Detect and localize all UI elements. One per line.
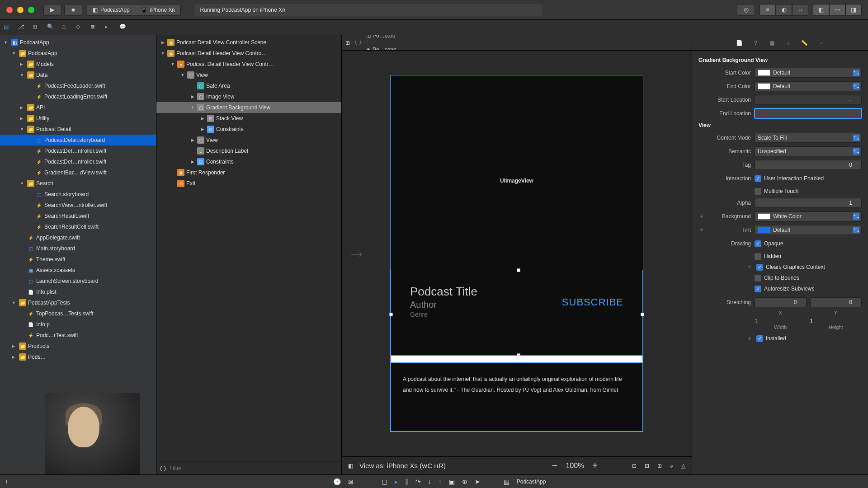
stretch-x-field[interactable]: 0 — [755, 297, 807, 307]
file-item[interactable]: ▼📁PodcastAppTests — [0, 297, 156, 308]
start-location-field[interactable]: -- — [755, 95, 862, 105]
debug-app-label[interactable]: PodcastApp — [517, 479, 546, 485]
file-item[interactable]: ⚡Theme.swift — [0, 254, 156, 265]
zoom-icon[interactable] — [28, 7, 34, 13]
breakpoint-navigator-icon[interactable]: ▸ — [105, 23, 113, 32]
background-select[interactable]: White Color — [755, 211, 862, 221]
tint-select[interactable]: Default — [755, 225, 862, 235]
zoom-out-button[interactable]: − — [552, 460, 558, 472]
editor-version-button[interactable]: ↔ — [792, 4, 808, 16]
file-item[interactable]: ▶📁API — [0, 102, 156, 113]
step-out-icon[interactable]: ↑ — [439, 478, 442, 485]
outline-item[interactable]: ▼▢Gradient Background View — [156, 102, 341, 113]
autoresize-checkbox[interactable]: ✓ — [755, 286, 761, 292]
file-inspector-icon[interactable]: 📄 — [735, 38, 745, 48]
file-item[interactable]: ⚡GradientBac…dView.swift — [0, 167, 156, 178]
clock-icon[interactable]: 🕐 — [333, 478, 341, 485]
file-item[interactable]: 📄Info.p — [0, 319, 156, 330]
file-item[interactable]: ⚡PodcastDet…ntroller.swift — [0, 145, 156, 156]
editor-standard-button[interactable]: ≡ — [760, 4, 776, 16]
resolve-icon[interactable]: ⟐ — [670, 463, 673, 469]
outline-item[interactable]: ▶⊟Constraints — [156, 156, 341, 167]
help-inspector-icon[interactable]: ? — [751, 38, 761, 48]
close-icon[interactable] — [6, 7, 13, 13]
library-button[interactable]: ◎ — [737, 4, 755, 16]
file-item[interactable]: ⚡Podc…rTest.swift — [0, 330, 156, 341]
outline-item[interactable]: ▶⊞Stack View — [156, 113, 341, 124]
tag-field[interactable]: 0 — [755, 160, 862, 170]
outline-toggle-icon[interactable]: ◧ — [348, 463, 353, 469]
outline-item[interactable]: ▣First Responder — [156, 167, 341, 178]
file-item[interactable]: ◫PodcastDetail.storyboard — [0, 135, 156, 145]
hidden-checkbox[interactable] — [755, 253, 761, 260]
related-items-icon[interactable]: ⊞ — [345, 40, 350, 46]
gradient-background-view[interactable]: Podcast Title Author Genre SUBSCRIBE — [391, 270, 643, 356]
installed-checkbox[interactable]: ✓ — [756, 335, 763, 342]
zoom-percent[interactable]: 100% — [566, 462, 584, 470]
test-navigator-icon[interactable]: ◇ — [76, 23, 84, 32]
stop-button[interactable]: ■ — [64, 4, 82, 16]
interface-builder-canvas[interactable]: → UIImageView Podcast Title Author Genre… — [342, 51, 692, 456]
document-outline[interactable]: ▶◉Podcast Detail View Controller Scene▼◉… — [156, 35, 342, 474]
outline-item[interactable]: ⟲Exit — [156, 178, 341, 189]
multiple-touch-checkbox[interactable] — [755, 188, 761, 195]
jumpbar-segment[interactable]: ◉ Po…cene — [366, 47, 437, 51]
file-item[interactable]: ⚡SearchResultCell.swift — [0, 221, 156, 232]
add-clears-icon[interactable]: + — [746, 264, 753, 270]
outline-item[interactable]: ▼●Podcast Detail Header View Contr… — [156, 59, 341, 70]
semantic-select[interactable]: Unspecified — [755, 146, 862, 156]
file-item[interactable]: ⚡AppDelegate.swift — [0, 232, 156, 243]
outline-item[interactable]: LDescription Label — [156, 145, 341, 156]
view-as-label[interactable]: View as: iPhone Xs (ᴡC ʜR) — [359, 462, 446, 470]
end-location-field[interactable] — [755, 108, 862, 118]
file-item[interactable]: ▼📁Podcast Detail — [0, 124, 156, 135]
start-color-select[interactable]: Default — [755, 68, 862, 78]
editor-assistant-button[interactable]: ◐ — [776, 4, 792, 16]
report-navigator-icon[interactable]: 💬 — [119, 23, 127, 32]
file-item[interactable]: ◫LaunchScreen.storyboard — [0, 276, 156, 286]
back-icon[interactable]: 〈 — [352, 39, 357, 47]
size-inspector-icon[interactable]: 📏 — [800, 38, 810, 48]
hide-debug-icon[interactable]: ▢ — [382, 478, 387, 485]
connections-inspector-icon[interactable]: → — [816, 38, 826, 48]
location-icon[interactable]: ➤ — [475, 478, 480, 485]
project-navigator[interactable]: ▼◧PodcastApp▼📁PodcastApp▶📁Models▼📁Data⚡P… — [0, 35, 156, 474]
separator-view[interactable] — [391, 356, 643, 363]
add-installed-icon[interactable]: + — [746, 335, 753, 342]
forward-icon[interactable]: 〉 — [359, 39, 364, 47]
outline-item[interactable]: ▶▢View — [156, 135, 341, 145]
embed-icon[interactable]: ⊡ — [632, 463, 637, 469]
memory-icon[interactable]: ⊕ — [462, 478, 467, 485]
zoom-in-button[interactable]: + — [592, 460, 598, 471]
add-icon[interactable]: + — [5, 478, 8, 485]
file-item[interactable]: ▼📁PodcastApp — [0, 48, 156, 59]
outline-item[interactable]: ▶◉Podcast Detail View Controller Scene — [156, 37, 341, 48]
debug-navigator-icon[interactable]: ≣ — [90, 23, 99, 32]
outline-item[interactable]: ▼▢View — [156, 70, 341, 80]
run-button[interactable]: ▶ — [43, 4, 61, 16]
file-item[interactable]: ◫Search.storyboard — [0, 189, 156, 200]
file-item[interactable]: ▼📁Search — [0, 178, 156, 189]
stretch-w-field[interactable]: 1 — [755, 318, 807, 324]
file-item[interactable]: ⚡SearchResult.swift — [0, 211, 156, 221]
identity-inspector-icon[interactable]: ▦ — [767, 38, 777, 48]
clip-checkbox[interactable] — [755, 275, 761, 282]
opaque-checkbox[interactable]: ✓ — [755, 240, 761, 247]
attributes-inspector-icon[interactable]: ⟐ — [783, 38, 793, 48]
outline-item[interactable]: ▶⊟Constraints — [156, 124, 341, 135]
content-mode-select[interactable]: Scale To Fill — [755, 133, 862, 143]
continue-icon[interactable]: ‖ — [405, 478, 408, 485]
panel-bottom-button[interactable]: ▭ — [829, 4, 845, 16]
file-item[interactable]: ▶📁Pods… — [0, 352, 156, 362]
pin-icon[interactable]: ⊞ — [657, 463, 662, 469]
issue-navigator-icon[interactable]: ⚠ — [61, 23, 70, 32]
find-navigator-icon[interactable]: 🔍 — [47, 23, 55, 32]
file-item[interactable]: 📄Info.plist — [0, 286, 156, 297]
genre-label[interactable]: Genre — [410, 311, 623, 318]
user-interaction-checkbox[interactable]: ✓ — [755, 175, 761, 182]
debug-view-icon[interactable]: ▣ — [449, 478, 455, 485]
outline-item[interactable]: ▼◉Podcast Detail Header View Contro… — [156, 48, 341, 59]
file-item[interactable]: ⚡PodcastLoadingError.swift — [0, 91, 156, 102]
project-root[interactable]: ▼◧PodcastApp — [0, 37, 156, 48]
attributes-inspector[interactable]: 📄 ? ▦ ⟐ 📏 → Gradient Background View Sta… — [692, 35, 868, 474]
